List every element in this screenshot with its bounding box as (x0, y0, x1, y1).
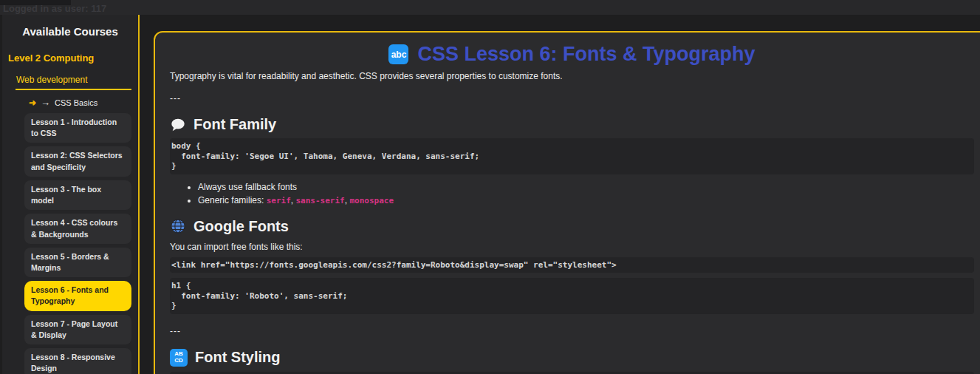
inline-code-sans-serif: sans-serif (296, 196, 345, 205)
font-styling-heading: AB CD Font Styling (170, 349, 974, 367)
lesson-item-7[interactable]: Lesson 7 - Page Layout & Display (24, 315, 131, 344)
lesson-item-6-active[interactable]: Lesson 6 - Fonts and Typography (24, 281, 131, 310)
speech-bubble-icon (170, 117, 186, 133)
lesson-item-2[interactable]: Lesson 2: CSS Selectors and Specificity (24, 146, 131, 176)
courses-sidebar: Available Courses Level 2 Computing Web … (2, 15, 140, 374)
note-generic-families: Generic families: serif, sans-serif, mon… (198, 195, 974, 205)
code-block-h1-roboto: h1 { font-family: 'Roboto', sans-serif; … (170, 278, 974, 314)
font-family-heading-text: Font Family (193, 116, 276, 133)
inline-code-serif: serif (267, 196, 291, 205)
markdown-divider: --- (170, 93, 974, 103)
globe-icon (170, 218, 186, 234)
lesson-intro: Typography is vital for readability and … (170, 71, 974, 81)
course-title: Level 2 Computing (2, 52, 138, 64)
font-family-heading: Font Family (170, 116, 974, 133)
code-block-p-styling: p { font-size: 18px; font-style: italic;… (170, 372, 974, 374)
font-family-notes: Always use fallback fonts Generic famili… (198, 182, 974, 205)
sidebar-title: Available Courses (2, 25, 138, 38)
page-title-text: CSS Lesson 6: Fonts & Typography (417, 43, 755, 66)
sidebar-item-css-basics[interactable]: ➜ → CSS Basics (2, 97, 138, 108)
google-fonts-heading: Google Fonts (170, 218, 974, 235)
abcd-input-capitals-icon: AB CD (170, 349, 188, 367)
lesson-content-panel: abc CSS Lesson 6: Fonts & Typography Typ… (154, 31, 980, 374)
section-title-web-development[interactable]: Web development (2, 75, 138, 85)
abc-input-letters-icon: abc (388, 44, 408, 64)
lesson-item-1[interactable]: Lesson 1 - Introduction to CSS (24, 113, 131, 143)
inline-code-monospace: monospace (349, 196, 394, 205)
code-block-body-font-family: body { font-family: 'Segoe UI', Tahoma, … (170, 138, 974, 174)
lesson-item-5[interactable]: Lesson 5 - Borders & Margins (24, 248, 131, 277)
topic-label: CSS Basics (55, 98, 97, 107)
google-fonts-heading-text: Google Fonts (193, 218, 289, 235)
note-fallback-fonts: Always use fallback fonts (198, 182, 974, 192)
page-title: abc CSS Lesson 6: Fonts & Typography (170, 43, 974, 66)
lesson-item-4[interactable]: Lesson 4 - CSS colours & Backgrounds (24, 214, 131, 243)
lesson-item-3[interactable]: Lesson 3 - The box model (24, 180, 131, 210)
lesson-list: Lesson 1 - Introduction to CSS Lesson 2:… (24, 113, 131, 374)
scrollbar-artifact (0, 0, 71, 5)
top-bar: Logged in as user: 117 (0, 0, 980, 15)
markdown-divider: --- (170, 326, 974, 336)
lesson-item-8[interactable]: Lesson 8 - Responsive Design (24, 348, 131, 374)
code-block-link-import: <link href="https://fonts.googleapis.com… (170, 257, 974, 273)
google-fonts-intro: You can import free fonts like this: (170, 242, 974, 252)
section-divider (16, 89, 131, 90)
font-styling-heading-text: Font Styling (195, 349, 281, 366)
arrow-right-icon: → (41, 97, 50, 108)
arrow-right-icon: ➜ (29, 98, 36, 108)
